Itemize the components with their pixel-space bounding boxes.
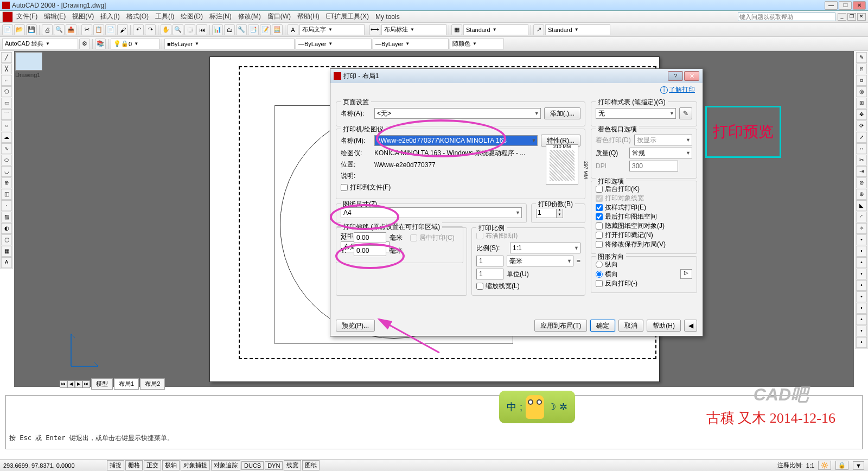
offset-icon[interactable]: ◎ xyxy=(856,86,867,97)
dyn-toggle[interactable]: DYN xyxy=(265,461,283,470)
chamfer-icon[interactable]: ◣ xyxy=(856,200,867,211)
help-button[interactable]: 帮助(H) xyxy=(647,320,681,332)
copy2-icon[interactable]: ⎘ xyxy=(856,63,867,74)
tab-nav-last[interactable]: ⏭ xyxy=(82,380,90,388)
break-icon[interactable]: ⊘ xyxy=(856,177,867,188)
tablestyle-combo[interactable]: Standard▼ xyxy=(463,24,528,35)
markup-icon[interactable]: 📝 xyxy=(260,24,271,35)
save-checkbox[interactable] xyxy=(596,241,603,248)
learn-print-link[interactable]: i了解打印 xyxy=(660,85,695,94)
plotstyle-combo[interactable]: 无▼ xyxy=(596,108,676,119)
model-toggle[interactable]: 图纸 xyxy=(302,460,320,470)
print-icon[interactable]: 🖨 xyxy=(42,24,53,35)
m1-icon[interactable]: • xyxy=(856,234,867,245)
scale-unit-combo[interactable]: 毫米▼ xyxy=(507,256,573,266)
status-tray-icon[interactable]: ▼ xyxy=(853,461,864,470)
redo-icon[interactable]: ↷ xyxy=(145,24,156,35)
menu-dimension[interactable]: 标注(N) xyxy=(206,11,235,22)
zoom-icon[interactable]: 🔍 xyxy=(173,24,183,35)
paper-size-combo[interactable]: A4▼ xyxy=(341,207,522,218)
scale-icon[interactable]: ⤢ xyxy=(856,132,867,143)
preview-icon[interactable]: 🔍 xyxy=(54,24,65,35)
apply-button[interactable]: 应用到布局(T) xyxy=(534,320,587,332)
trim-icon[interactable]: ✂ xyxy=(856,155,867,166)
tab-layout2[interactable]: 布局2 xyxy=(140,378,165,390)
text-tool-icon[interactable]: A xyxy=(288,24,298,35)
menu-window[interactable]: 窗口(W) xyxy=(264,11,294,22)
menu-insert[interactable]: 插入(I) xyxy=(97,11,123,22)
explode-icon[interactable]: ✧ xyxy=(856,223,867,234)
collapse-button[interactable]: ◀ xyxy=(684,320,697,332)
m6-icon[interactable]: • xyxy=(856,291,867,302)
match-icon[interactable]: 🖌 xyxy=(117,24,128,35)
bg-print-checkbox[interactable] xyxy=(596,186,603,193)
new-icon[interactable]: 📄 xyxy=(2,24,13,35)
workspace-gear-icon[interactable]: ⚙ xyxy=(79,39,90,49)
scale-mm-input[interactable] xyxy=(476,256,503,266)
preview-button[interactable]: 预览(P)... xyxy=(336,320,375,332)
dimstyle-combo[interactable]: 布局标注▼ xyxy=(381,24,446,35)
dim-tool-icon[interactable]: ⟷ xyxy=(369,24,380,35)
scale-ratio-combo[interactable]: 1:1▼ xyxy=(510,243,580,253)
hide-checkbox[interactable] xyxy=(596,213,603,220)
stamp-checkbox[interactable] xyxy=(596,232,603,239)
tab-nav-next[interactable]: ▶ xyxy=(75,380,82,388)
m7-icon[interactable]: • xyxy=(856,303,867,314)
menu-format[interactable]: 格式(O) xyxy=(123,11,152,22)
drawing-tab[interactable]: Drawing1 xyxy=(14,51,58,78)
grid-toggle[interactable]: 栅格 xyxy=(125,460,143,470)
menu-file[interactable]: 文件(F) xyxy=(13,11,41,22)
app-menu-icon[interactable] xyxy=(2,11,13,22)
lineweight-combo[interactable]: — ByLayer▼ xyxy=(373,39,449,49)
printer-name-combo[interactable]: \\Www-e2e0d770377\KONICA MINOLTA 163▼ xyxy=(374,135,538,146)
stretch-icon[interactable]: ↔ xyxy=(856,143,867,154)
rect-icon[interactable]: ▭ xyxy=(1,98,12,109)
portrait-radio[interactable] xyxy=(596,261,603,268)
menu-edit[interactable]: 编辑(E) xyxy=(41,11,69,22)
minimize-button[interactable]: — xyxy=(825,1,838,10)
mdi-minimize[interactable]: _ xyxy=(838,13,846,21)
ortho-toggle[interactable]: 正交 xyxy=(144,460,161,470)
dc-icon[interactable]: 🗂 xyxy=(224,24,235,35)
offset-y-input[interactable] xyxy=(354,245,386,256)
rotate-icon[interactable]: ⟳ xyxy=(856,120,867,131)
calc-icon[interactable]: 🧮 xyxy=(272,24,283,35)
mdi-close[interactable]: ✕ xyxy=(857,13,866,21)
zoomwin-icon[interactable]: ⬚ xyxy=(184,24,195,35)
ok-button[interactable]: 确定 xyxy=(590,320,615,332)
xline-icon[interactable]: ╳ xyxy=(1,63,12,74)
tools-icon[interactable]: 🔧 xyxy=(236,24,247,35)
landscape-radio[interactable] xyxy=(596,271,603,278)
upside-checkbox[interactable] xyxy=(596,280,603,287)
fillet-icon[interactable]: ◜ xyxy=(856,212,867,222)
menu-view[interactable]: 视图(V) xyxy=(69,11,97,22)
m5-icon[interactable]: • xyxy=(856,280,867,291)
maximize-button[interactable]: ☐ xyxy=(839,1,852,10)
block-icon[interactable]: ◫ xyxy=(1,189,12,200)
polygon-icon[interactable]: ⬠ xyxy=(1,86,12,97)
menu-et[interactable]: ET扩展工具(X) xyxy=(323,11,372,22)
sheet-icon[interactable]: 📑 xyxy=(248,24,259,35)
scale-lw-checkbox[interactable] xyxy=(476,283,483,290)
polar-toggle[interactable]: 极轴 xyxy=(162,460,180,470)
menu-draw[interactable]: 绘图(D) xyxy=(177,11,206,22)
dialog-close-button[interactable]: ✕ xyxy=(684,71,699,81)
publish-icon[interactable]: 📤 xyxy=(66,24,76,35)
zoomprev-icon[interactable]: ⏮ xyxy=(196,24,207,35)
lwt-toggle[interactable]: 线宽 xyxy=(284,460,301,470)
menu-tools[interactable]: 工具(I) xyxy=(152,11,177,22)
tab-layout1[interactable]: 布局1 xyxy=(114,378,139,390)
tab-nav-prev[interactable]: ◀ xyxy=(67,380,75,388)
circle-icon[interactable]: ○ xyxy=(1,120,12,131)
quality-combo[interactable]: 常规▼ xyxy=(629,148,692,158)
styles-checkbox[interactable] xyxy=(596,204,603,211)
linetype2-combo[interactable]: — ByLayer▼ xyxy=(296,39,372,49)
undo-icon[interactable]: ↶ xyxy=(133,24,144,35)
m8-icon[interactable]: • xyxy=(856,314,867,325)
m10-icon[interactable]: • xyxy=(856,337,867,348)
hatch-icon[interactable]: ▨ xyxy=(1,212,12,222)
m3-icon[interactable]: • xyxy=(856,257,867,268)
save-icon[interactable]: 💾 xyxy=(26,24,37,35)
erase-icon[interactable]: ✎ xyxy=(856,52,867,63)
point-icon[interactable]: · xyxy=(1,200,12,211)
